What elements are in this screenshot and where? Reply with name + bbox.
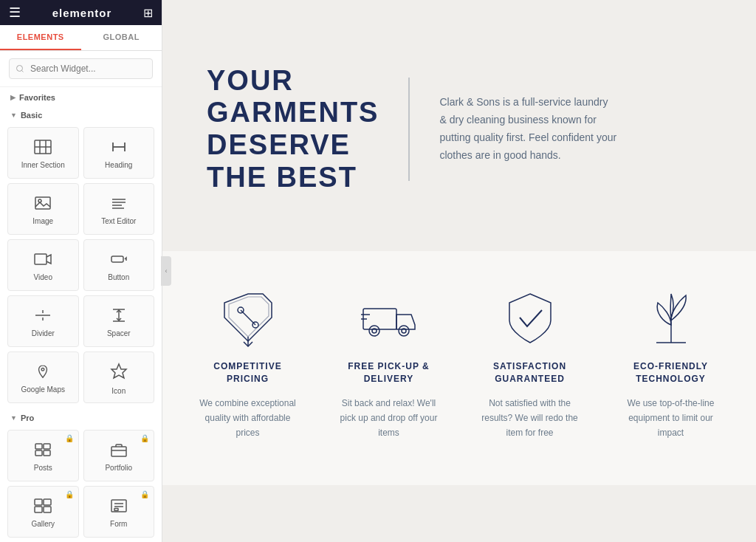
pro-widgets-grid: 🔒 Posts 🔒 Portfolio: [0, 425, 162, 542]
sidebar-collapse-handle[interactable]: ‹: [161, 256, 171, 286]
widget-posts-label: Posts: [34, 464, 52, 472]
sidebar-header: ☰ elementor ⊞: [0, 0, 162, 25]
hero-section: YOURGARMENTSDESERVETHE BEST Clark & Sons…: [162, 0, 756, 251]
svg-point-42: [369, 326, 379, 336]
svg-rect-24: [44, 450, 50, 456]
logo: elementor: [52, 7, 112, 19]
satisfaction-title: SATISFACTIONGUARANTEED: [493, 360, 566, 385]
text-editor-icon: [110, 196, 128, 213]
svg-rect-34: [114, 509, 118, 511]
widget-form-label: Form: [110, 520, 127, 528]
spacer-icon: [110, 308, 128, 326]
widget-text-editor-label: Text Editor: [101, 217, 136, 225]
feature-pickup: FREE PICK-UP &DELIVERY Sit back and rela…: [326, 281, 452, 448]
pro-label: Pro: [21, 414, 34, 422]
svg-rect-14: [111, 256, 123, 262]
svg-rect-23: [35, 450, 42, 456]
feature-satisfaction: SATISFACTIONGUARANTEED Not satisfied wit…: [467, 281, 593, 448]
widget-google-maps-label: Google Maps: [21, 385, 65, 394]
widget-video-label: Video: [34, 273, 52, 281]
svg-rect-29: [35, 507, 42, 512]
svg-rect-21: [35, 444, 42, 449]
form-lock-icon: 🔒: [140, 490, 149, 498]
satisfaction-desc: Not satisfied with the results? We will …: [478, 396, 582, 441]
svg-rect-27: [35, 499, 42, 505]
widget-heading[interactable]: Heading: [83, 127, 155, 179]
svg-rect-31: [111, 500, 126, 512]
eco-icon: [642, 288, 701, 347]
search-input[interactable]: [9, 58, 153, 79]
widget-image[interactable]: Image: [7, 183, 79, 235]
tab-global[interactable]: GLOBAL: [81, 25, 162, 50]
widget-image-label: Image: [32, 217, 53, 225]
widget-spacer[interactable]: Spacer: [83, 295, 155, 347]
widget-divider-label: Divider: [32, 329, 55, 337]
svg-rect-30: [44, 507, 51, 512]
divider-icon: [34, 308, 52, 326]
widget-google-maps[interactable]: Google Maps: [7, 351, 79, 403]
widget-gallery-label: Gallery: [31, 520, 55, 528]
widget-gallery[interactable]: 🔒 Gallery: [7, 486, 79, 538]
gallery-lock-icon: 🔒: [65, 490, 74, 498]
main-canvas: YOURGARMENTSDESERVETHE BEST Clark & Sons…: [162, 0, 756, 542]
page-canvas: YOURGARMENTSDESERVETHE BEST Clark & Sons…: [162, 0, 756, 542]
inner-section-icon: [34, 140, 52, 157]
svg-rect-28: [44, 499, 51, 505]
portfolio-lock-icon: 🔒: [140, 434, 149, 442]
widget-text-editor[interactable]: Text Editor: [83, 183, 155, 235]
pricing-title: COMPETITIVEPRICING: [213, 360, 281, 385]
widget-form[interactable]: 🔒 Form: [83, 486, 155, 538]
feature-eco: ECO-FRIENDLYTECHNOLOGY We use top-of-the…: [608, 281, 734, 448]
section-favorites[interactable]: ▶ Favorites: [0, 87, 162, 105]
widget-spacer-label: Spacer: [107, 329, 131, 337]
posts-lock-icon: 🔒: [65, 434, 74, 442]
svg-rect-39: [363, 309, 396, 329]
features-section: COMPETITIVEPRICING We combine exceptiona…: [162, 251, 756, 485]
hamburger-icon[interactable]: ☰: [9, 4, 21, 21]
pickup-icon: [360, 288, 419, 347]
widget-button-label: Button: [108, 273, 129, 281]
image-icon: [34, 196, 52, 213]
svg-rect-25: [111, 447, 126, 456]
eco-desc: We use top-of-the-line equipment to limi…: [619, 396, 723, 441]
widget-inner-section[interactable]: Inner Section: [7, 127, 79, 179]
eco-title: ECO-FRIENDLYTECHNOLOGY: [633, 360, 708, 385]
favorites-label: Favorites: [19, 93, 55, 102]
widget-icon-label: Icon: [111, 387, 126, 395]
pickup-desc: Sit back and relax! We'll pick up and dr…: [337, 396, 441, 441]
icon-widget-icon: [110, 363, 128, 383]
grid-icon[interactable]: ⊞: [143, 6, 153, 20]
hero-headline: YOURGARMENTSDESERVETHE BEST: [207, 65, 379, 194]
google-maps-icon: [34, 364, 52, 382]
widget-video[interactable]: Video: [7, 239, 79, 291]
widget-divider[interactable]: Divider: [7, 295, 79, 347]
basic-arrow: ▼: [10, 112, 17, 119]
pricing-desc: We combine exceptional quality with affo…: [196, 396, 300, 441]
video-icon: [34, 252, 52, 270]
tab-elements[interactable]: ELEMENTS: [0, 25, 81, 50]
heading-icon: [110, 140, 128, 157]
sidebar-tabs: ELEMENTS GLOBAL: [0, 25, 162, 51]
widget-portfolio-label: Portfolio: [105, 464, 132, 472]
posts-icon: [34, 442, 52, 460]
widget-inner-section-label: Inner Section: [21, 161, 65, 169]
widget-button[interactable]: Button: [83, 239, 155, 291]
widget-heading-label: Heading: [105, 161, 132, 169]
feature-pricing: COMPETITIVEPRICING We combine exceptiona…: [185, 281, 311, 448]
sidebar: ☰ elementor ⊞ ELEMENTS GLOBAL ▶ Favorite…: [0, 0, 162, 542]
form-icon: [110, 498, 128, 516]
widget-icon[interactable]: Icon: [83, 351, 155, 403]
favorites-arrow: ▶: [10, 94, 16, 101]
hero-description: Clark & Sons is a full-service laundry &…: [439, 94, 616, 164]
svg-rect-13: [35, 254, 47, 264]
pro-arrow: ▼: [10, 414, 17, 422]
hero-divider: [408, 78, 410, 181]
widget-portfolio[interactable]: 🔒 Portfolio: [83, 430, 155, 481]
button-icon: [110, 252, 128, 270]
section-basic[interactable]: ▼ Basic: [0, 105, 162, 123]
svg-marker-20: [111, 364, 126, 378]
portfolio-icon: [110, 442, 128, 460]
gallery-icon: [34, 498, 52, 516]
widget-posts[interactable]: 🔒 Posts: [7, 430, 79, 481]
section-pro[interactable]: ▼ Pro: [0, 408, 162, 425]
